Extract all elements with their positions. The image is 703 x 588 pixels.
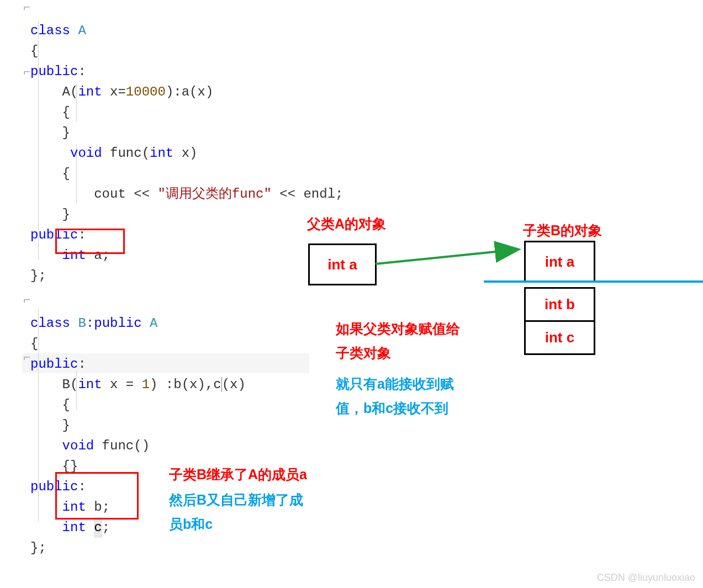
- annotation-only-a: 就只有a能接收到赋 值，b和c接收不到: [336, 372, 454, 421]
- watermark: CSDN @liuyunluoxiao: [597, 572, 695, 584]
- child-box-int-b: int b: [524, 287, 595, 322]
- highlight-int-a: [55, 229, 125, 254]
- highlight-int-bc: [55, 472, 139, 520]
- string-literal: "调用父类的func": [157, 187, 271, 202]
- kw-public: public: [30, 64, 78, 79]
- brace: {: [30, 44, 38, 59]
- svg-line-1: [376, 250, 517, 264]
- parent-box-int-a: int a: [308, 243, 377, 285]
- annotation-addbc: 然后B又自己新增了成 员b和c: [169, 488, 303, 537]
- annotation-assign: 如果父类对象赋值给 子类对象: [336, 317, 460, 365]
- child-box-int-c: int c: [524, 320, 595, 355]
- class-name-b: B: [70, 316, 86, 331]
- kw-class: class: [30, 316, 70, 331]
- child-box-int-a: int a: [524, 241, 595, 283]
- kw-class: class: [30, 23, 70, 38]
- label-parent-object: 父类A的对象: [307, 212, 386, 236]
- annotation-inherit: 子类B继承了A的成员a: [169, 463, 307, 487]
- class-name-a: A: [70, 23, 86, 38]
- arrow-icon: [374, 241, 526, 268]
- label-child-object: 子类B的对象: [523, 219, 602, 243]
